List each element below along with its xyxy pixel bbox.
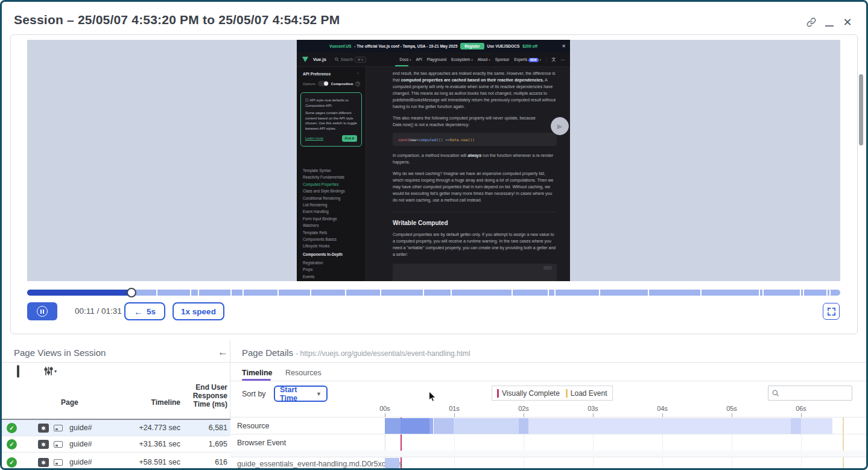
- sidebar-item: Template Refs: [303, 229, 345, 236]
- action-asterisk-icon: ✱: [38, 424, 49, 433]
- fullscreen-icon: [827, 307, 836, 316]
- sidebar-item: Props: [303, 266, 339, 273]
- scrubber-handle[interactable]: [127, 288, 136, 297]
- tabs-divider: [230, 381, 866, 381]
- legend-visually-complete: Visually Complete: [497, 389, 560, 398]
- link-icon: [806, 17, 817, 28]
- waterfall-bar-segment: [801, 418, 832, 434]
- scrubber-track[interactable]: [27, 290, 840, 296]
- dropdown-caret-icon: ▼: [316, 391, 322, 397]
- collapse-panel-button[interactable]: ←: [218, 346, 228, 358]
- resource-search[interactable]: [768, 386, 852, 401]
- settings-filter-button[interactable]: ▾: [44, 366, 57, 376]
- browser-window-icon: [54, 441, 63, 448]
- scrubber-segment-gap: [230, 290, 232, 296]
- replay-article: end result, the two approaches are indee…: [366, 67, 570, 281]
- page-view-row[interactable]: ✓ ✱ guide# +24.773 sec 6,581: [2, 420, 230, 436]
- vue-logo-text: Vue.js: [313, 57, 326, 62]
- waterfall-bar-segment: [454, 418, 519, 434]
- sidebar-item: List Rendering: [303, 202, 345, 208]
- scrubber-segment-gap: [803, 290, 804, 296]
- sidebar-menu-2: Registration Props Events Component v-mo…: [303, 259, 339, 281]
- scrubber-segment-gap: [190, 290, 191, 296]
- close-button[interactable]: ✕: [841, 16, 854, 28]
- copy-link-button[interactable]: [805, 16, 817, 28]
- replay-nav: Vue.js Search ⌘ K Docs ▾ API Playground …: [297, 52, 570, 67]
- replay-viewport: Vueconf.US - The official Vue.js conf - …: [27, 40, 840, 281]
- waterfall-bar-segment: [434, 418, 454, 434]
- waterfall-bar-resource: [385, 418, 866, 434]
- nav-sponsor: Sponsor: [495, 57, 510, 62]
- playback-speed-button[interactable]: 1x speed: [173, 302, 224, 320]
- success-check-icon: ✓: [7, 457, 17, 468]
- banner-promo-text: Use VUEJSDOCS: [487, 44, 520, 48]
- page-views-title: Page Views in Session: [14, 348, 106, 358]
- search-input[interactable]: [781, 389, 848, 398]
- sidebar-item: Conditional Rendering: [303, 195, 345, 202]
- tab-resources[interactable]: Resources: [285, 369, 322, 377]
- column-header-page: Page: [61, 398, 78, 407]
- banner-register-button: Register: [460, 43, 484, 49]
- pause-button[interactable]: [27, 302, 57, 320]
- waterfall-bar-segment: [528, 418, 791, 434]
- scrubber-segment-gap: [242, 290, 244, 296]
- tab-timeline[interactable]: Timeline: [242, 369, 272, 377]
- waterfall-bar-segment: [519, 418, 528, 434]
- pause-icon: [37, 306, 48, 317]
- page-view-timeline: +58.591 sec: [122, 458, 180, 466]
- rewind-5s-button[interactable]: ← 5s: [124, 302, 165, 320]
- axis-tick-label: 00s: [379, 405, 390, 412]
- sidebar-item: Event Handling: [303, 208, 345, 215]
- replay-player: Vueconf.US - The official Vue.js conf - …: [10, 34, 858, 334]
- row-spacer: [230, 451, 866, 457]
- scrubber-segment-gap: [198, 290, 199, 296]
- help-icon: ?: [355, 81, 360, 86]
- mouse-cursor: [428, 391, 437, 402]
- sort-dropdown[interactable]: Start Time ▼: [274, 386, 328, 402]
- api-preference-label: API Preference: [303, 72, 331, 76]
- search-kbd: ⌘ K: [355, 57, 366, 63]
- timeline-scrubber[interactable]: [27, 288, 840, 297]
- back-arrow-icon: ←: [218, 346, 228, 358]
- axis-tick-label: 06s: [796, 405, 806, 412]
- page-view-response: 6,581: [182, 424, 227, 432]
- banner-conf-text: - The official Vue.js conf - Tampa, USA …: [354, 44, 457, 48]
- page-view-row[interactable]: ✓ ✱ guide# +31.361 sec 1,695: [2, 436, 230, 453]
- row-divider: [230, 434, 866, 434]
- page-view-row[interactable]: ✓ ✱ guide# +58.591 sec 616: [2, 453, 230, 470]
- floating-play-icon: ▶: [551, 117, 569, 135]
- scrubber-segment-gap: [310, 290, 311, 296]
- modal-scrollbar-thumb[interactable]: [859, 74, 863, 145]
- browser-window-icon: [54, 459, 63, 466]
- sidebar-section-header: Components In-Depth: [303, 252, 343, 256]
- page-details-title: Page Details - https://vuejs.org/guide/e…: [242, 348, 470, 358]
- chevron-down-icon: ▾: [54, 369, 57, 374]
- search-icon: [335, 57, 339, 62]
- close-icon: ✕: [843, 16, 852, 29]
- fullscreen-button[interactable]: [823, 303, 840, 320]
- page-view-name: guide#: [69, 424, 92, 432]
- chart-legend: Visually Complete Load Event: [492, 386, 613, 401]
- browser-window-icon: [54, 425, 63, 431]
- article-paragraph: Computed properties are by default gette…: [393, 231, 557, 258]
- waterfall-row-label[interactable]: Resource: [237, 422, 270, 430]
- page-view-response: 616: [182, 458, 227, 466]
- legend-le-bar: [566, 389, 568, 398]
- minimize-button[interactable]: [823, 20, 835, 32]
- success-check-icon: ✓: [7, 423, 17, 433]
- nav-api: API: [416, 57, 422, 62]
- waterfall-row-label[interactable]: Browser Event: [237, 439, 286, 447]
- page-view-response: 1,695: [182, 440, 227, 448]
- axis-tick-label: 05s: [726, 405, 737, 412]
- rewind-arrow-icon: ←: [134, 306, 143, 317]
- axis-tick-label: 03s: [588, 405, 598, 412]
- translate-icon: 文: [552, 57, 556, 63]
- scrubber-segment-gap: [512, 290, 513, 296]
- waterfall-bar-segment: [401, 418, 429, 434]
- learn-more-link: Learn more: [305, 136, 323, 141]
- waterfall-row-label[interactable]: guide_essentials_event-handling.md.D0r5x…: [237, 460, 402, 468]
- api-style-tooltip: ⓘ API style now defaults to Composition …: [300, 92, 362, 147]
- device-filter-button[interactable]: [17, 366, 18, 377]
- replay-search: Search ⌘ K: [335, 57, 366, 63]
- collapse-caret-icon: ⌃: [356, 72, 360, 76]
